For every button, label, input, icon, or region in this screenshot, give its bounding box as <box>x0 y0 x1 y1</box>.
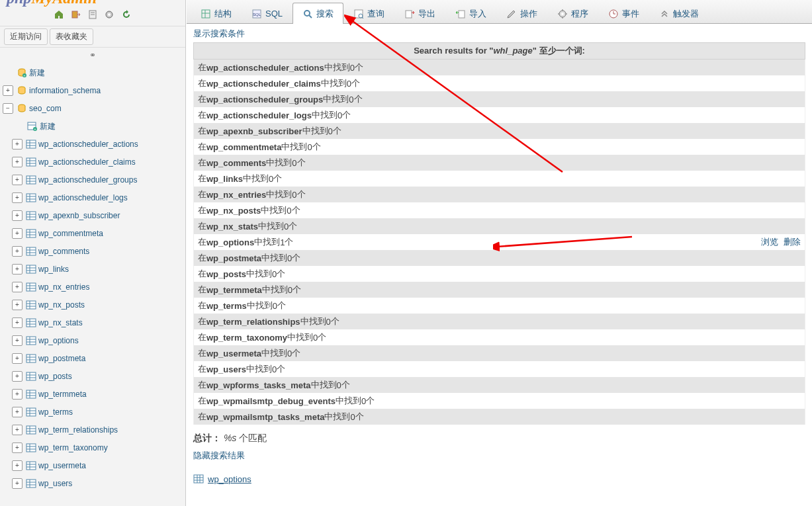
db-seo_com[interactable]: −seo_com <box>0 99 185 117</box>
table-wp_postmeta[interactable]: +wp_postmeta <box>0 349 185 367</box>
row-table: wp_term_relationships <box>206 317 300 327</box>
row-table: wp_users <box>206 364 246 374</box>
expand-icon[interactable]: + <box>12 175 23 185</box>
tab-label: 查询 <box>367 8 384 20</box>
row-prefix: 在 <box>198 347 206 359</box>
results-list: 在 wp_actionscheduler_actions 中找到 0 个在 wp… <box>193 60 805 425</box>
svg-rect-87 <box>26 462 36 470</box>
expand-icon[interactable]: + <box>12 478 23 489</box>
expand-icon[interactable]: + <box>12 300 23 310</box>
row-count: 0 <box>350 412 355 422</box>
table-wp_usermeta[interactable]: +wp_usermeta <box>0 456 185 474</box>
expand-icon[interactable]: + <box>12 460 23 471</box>
expand-icon[interactable]: − <box>3 103 13 114</box>
table-label: wp_term_relationships <box>38 421 118 439</box>
result-row: 在 wp_nx_stats 中找到 0 个 <box>193 218 805 234</box>
svg-line-101 <box>309 15 312 18</box>
table-wp_actionscheduler_claims[interactable]: +wp_actionscheduler_claims <box>0 153 185 171</box>
table-label: wp_term_taxonomy <box>38 439 108 456</box>
expand-icon[interactable]: + <box>12 443 23 453</box>
tab-sql[interactable]: SQLSQL <box>242 3 293 24</box>
row-table: wp_usermeta <box>206 349 261 358</box>
tab-import[interactable]: 导入 <box>445 3 496 24</box>
expand-icon[interactable]: + <box>12 371 23 382</box>
table-wp_actionscheduler_groups[interactable]: +wp_actionscheduler_groups <box>0 171 185 189</box>
expand-icon[interactable]: + <box>12 139 23 149</box>
row-mid: 中找到 <box>261 347 287 359</box>
expand-icon[interactable]: + <box>12 228 23 239</box>
tab-export[interactable]: 导出 <box>394 3 445 24</box>
table-icon <box>26 157 36 167</box>
row-mid: 中找到 <box>246 363 272 375</box>
row-prefix: 在 <box>198 316 206 327</box>
show-criteria-link[interactable]: 显示搜索条件 <box>193 28 245 38</box>
import-icon <box>455 9 466 19</box>
table-wp_links[interactable]: +wp_links <box>0 260 185 278</box>
settings-icon[interactable] <box>104 9 114 20</box>
browse-link[interactable]: 浏览 <box>761 237 778 247</box>
tree-new[interactable]: + 新建 <box>0 63 185 81</box>
table-icon <box>26 139 36 149</box>
favorites-button[interactable]: 表收藏夹 <box>50 28 93 45</box>
tab-triggers[interactable]: 触发器 <box>649 3 709 24</box>
delete-link[interactable]: 删除 <box>784 237 801 247</box>
tree-new-table[interactable]: +新建 <box>0 117 185 135</box>
sql-icon: SQL <box>251 9 262 19</box>
expand-icon[interactable]: + <box>12 425 23 435</box>
table-wp_posts[interactable]: +wp_posts <box>0 367 185 385</box>
svg-point-100 <box>304 11 310 16</box>
heading-term: whl_page <box>493 46 532 56</box>
expand-icon[interactable]: + <box>12 282 23 292</box>
expand-icon[interactable]: + <box>12 335 23 346</box>
row-prefix: 在 <box>198 220 206 232</box>
expand-icon[interactable]: + <box>12 317 23 328</box>
table-wp_users[interactable]: +wp_users <box>0 474 185 492</box>
table-wp_options[interactable]: +wp_options <box>0 331 185 349</box>
row-mid: 中找到 <box>321 77 347 89</box>
expand-icon[interactable]: + <box>12 246 23 257</box>
logout-icon[interactable] <box>71 9 81 20</box>
tab-operations[interactable]: 操作 <box>496 3 547 24</box>
table-wp_apexnb_subscriber[interactable]: +wp_apexnb_subscriber <box>0 206 185 224</box>
svg-point-108 <box>561 13 564 15</box>
table-wp_nx_posts[interactable]: +wp_nx_posts <box>0 296 185 314</box>
table-wp_actionscheduler_actions[interactable]: +wp_actionscheduler_actions <box>0 135 185 153</box>
recent-button[interactable]: 近期访问 <box>4 28 48 45</box>
reload-icon[interactable] <box>121 9 132 20</box>
tab-query[interactable]: 查询 <box>343 3 394 24</box>
table-icon <box>26 353 36 364</box>
row-mid: 中找到 <box>247 300 273 312</box>
table-wp_term_taxonomy[interactable]: +wp_term_taxonomy <box>0 439 185 456</box>
table-wp_actionscheduler_logs[interactable]: +wp_actionscheduler_logs <box>0 189 185 206</box>
tab-events[interactable]: 事件 <box>598 3 649 24</box>
hide-results-link[interactable]: 隐藏搜索结果 <box>193 450 245 460</box>
tab-routines[interactable]: 程序 <box>547 3 598 24</box>
footer-table[interactable]: wp_options <box>193 474 805 484</box>
table-wp_commentmeta[interactable]: +wp_commentmeta <box>0 224 185 242</box>
docs-icon[interactable] <box>87 9 98 20</box>
expand-icon[interactable]: + <box>12 353 23 364</box>
table-wp_terms[interactable]: +wp_terms <box>0 403 185 421</box>
expand-icon[interactable]: + <box>3 85 13 96</box>
table-wp_nx_entries[interactable]: +wp_nx_entries <box>0 278 185 296</box>
expand-icon[interactable]: + <box>12 157 23 167</box>
row-count: 0 <box>337 380 341 390</box>
table-wp_termmeta[interactable]: +wp_termmeta <box>0 385 185 403</box>
home-icon[interactable] <box>54 9 64 20</box>
table-wp_comments[interactable]: +wp_comments <box>0 242 185 260</box>
row-count: 1 <box>280 237 285 247</box>
expand-icon[interactable]: + <box>12 389 23 400</box>
expand-icon[interactable]: + <box>12 192 23 203</box>
expand-icon[interactable]: + <box>12 407 23 417</box>
row-count: 0 <box>269 174 273 184</box>
database-icon <box>17 103 27 114</box>
table-wp_nx_stats[interactable]: +wp_nx_stats <box>0 314 185 331</box>
expand-icon[interactable]: + <box>12 264 23 274</box>
tab-search[interactable]: 搜索 <box>293 3 343 24</box>
triggers-icon <box>659 9 670 19</box>
tab-structure[interactable]: 结构 <box>191 3 242 24</box>
db-information_schema[interactable]: +information_schema <box>0 81 185 99</box>
table-icon <box>26 317 36 328</box>
expand-icon[interactable]: + <box>12 210 23 221</box>
table-wp_term_relationships[interactable]: +wp_term_relationships <box>0 421 185 439</box>
